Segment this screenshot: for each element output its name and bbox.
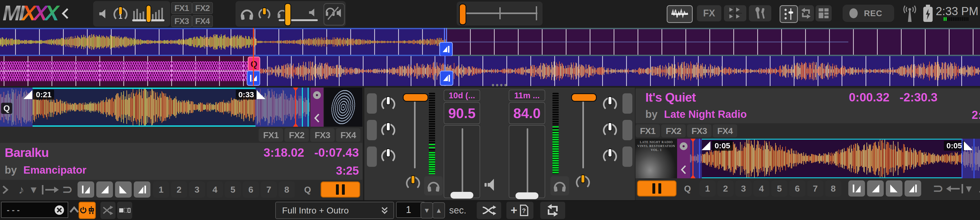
hotcue-button[interactable]: 8 [279, 181, 295, 198]
deck2-overview-waveform[interactable]: 0:05 0:05 [690, 139, 980, 178]
deck2-key-display[interactable]: 11m ... [509, 90, 545, 101]
deck1-key-display[interactable]: 10d (... [444, 90, 480, 101]
outro-start-button[interactable] [886, 180, 902, 196]
ch2-eq-mid-knob[interactable] [603, 123, 617, 137]
deck1-pitch-slider[interactable] [444, 125, 480, 198]
deck2-cue-button[interactable]: Q [680, 180, 695, 196]
autodj-add-random-button[interactable]: + ? [506, 202, 533, 219]
hotcue-button[interactable]: 2 [171, 181, 187, 198]
fx4-slot-button[interactable]: FX4 [192, 15, 213, 27]
fx1-slot-button[interactable]: FX1 [171, 2, 192, 14]
library-toggle-button[interactable] [816, 5, 832, 21]
ch1-gain-knob[interactable] [406, 176, 420, 190]
deck1-pitch-handle[interactable] [450, 192, 473, 199]
ch2-eq-high-knob[interactable] [603, 97, 617, 111]
key-music-note-icon[interactable]: ♪ [14, 182, 28, 198]
ch1-fx-assign-button[interactable] [367, 146, 377, 167]
deck2-pitch-slider[interactable] [509, 125, 545, 198]
ch1-fx-assign-button[interactable] [367, 93, 377, 114]
deck2-pitch-handle[interactable] [515, 193, 538, 199]
deck2-bpm-display[interactable]: 84.0 [509, 102, 545, 124]
intro-start-button[interactable] [848, 180, 865, 196]
expand-controls-icon[interactable] [2, 185, 9, 194]
ch1-volume-fader-handle[interactable] [403, 93, 428, 102]
collapse-deck-icon[interactable] [313, 113, 320, 123]
cue-marker-badge[interactable]: Q [248, 56, 260, 71]
mix-slider-handle[interactable] [285, 3, 291, 26]
hotcue-button[interactable]: 4 [753, 180, 770, 196]
headphone-gain-knob[interactable] [258, 8, 270, 20]
intro-start-button[interactable] [78, 181, 94, 198]
deck2-scrolling-waveform[interactable]: Q [0, 56, 980, 86]
spin-down-button[interactable]: ▼ [420, 202, 433, 218]
ch2-fx-assign-button[interactable] [622, 93, 632, 114]
ch1-fx-assign-button[interactable] [367, 120, 377, 140]
hotcue-button[interactable]: 5 [225, 181, 241, 198]
deck1-cue-button[interactable]: Q [300, 181, 315, 198]
hotcue-button[interactable]: 4 [207, 181, 223, 198]
broadcast-icon[interactable] [902, 5, 917, 22]
transition-seconds-value[interactable]: 1 [396, 204, 421, 215]
outro-end-button[interactable] [905, 180, 921, 196]
hotcue-button[interactable]: 6 [789, 180, 805, 196]
slip-mode-icon[interactable]: ⊃ [932, 180, 945, 196]
four-decks-toggle-button[interactable] [724, 5, 746, 21]
slip-mode-icon[interactable]: ⊃ [61, 181, 74, 197]
intro-end-button[interactable] [867, 180, 884, 196]
ch1-eq-low-knob[interactable] [381, 149, 395, 164]
splitter-handle[interactable] [492, 84, 507, 86]
fx2-slot-button[interactable]: FX2 [192, 2, 213, 14]
outro-start-button[interactable] [115, 181, 132, 198]
deck1-fx4-button[interactable]: FX4 [336, 128, 360, 142]
ch1-eq-high-knob[interactable] [381, 97, 395, 111]
collapse-deck-icon[interactable] [680, 165, 687, 175]
ch1-headphone-cue-button[interactable] [424, 176, 443, 196]
ch2-volume-fader-handle[interactable] [571, 93, 597, 102]
deck1-scrolling-waveform[interactable] [0, 28, 980, 56]
deck1-bpm-display[interactable]: 90.5 [444, 102, 480, 124]
deck2-fx4-button[interactable]: FX4 [713, 124, 737, 137]
deck2-album-art[interactable]: Late Night Radio Vinyl Restortation Vol.… [635, 139, 677, 178]
ch1-eq-mid-knob[interactable] [381, 123, 395, 137]
quantize-icon[interactable] [41, 185, 59, 195]
crossfader-handle[interactable] [459, 4, 466, 25]
main-gain-knob[interactable]: 1 [113, 7, 127, 21]
loop-toggle-button[interactable] [798, 5, 814, 21]
pitch-down-icon[interactable]: ▼ [28, 182, 40, 198]
hotcue-button[interactable]: 5 [771, 180, 788, 196]
mixer-toggle-button[interactable] [780, 5, 798, 23]
hotcue-button[interactable]: 1 [700, 180, 716, 196]
ch2-gain-knob[interactable] [576, 175, 590, 189]
deck1-fx3-button[interactable]: FX3 [310, 128, 335, 142]
vinyl-icon[interactable] [680, 142, 687, 150]
waveforms-toggle-button[interactable] [667, 5, 693, 23]
expand-search-icon[interactable] [69, 206, 79, 214]
key-music-note-icon[interactable]: ♪ [974, 181, 980, 196]
outro-end-marker-badge[interactable] [439, 42, 453, 56]
deck1-album-art[interactable] [324, 88, 363, 127]
deck2-fx2-button[interactable]: FX2 [661, 124, 686, 137]
clear-search-icon[interactable] [54, 205, 65, 215]
ch2-fx-assign-button[interactable] [622, 120, 632, 140]
spin-up-button[interactable]: ▲ [433, 202, 445, 218]
autodj-enable-button[interactable] [79, 202, 96, 219]
autodj-skip-button[interactable] [100, 202, 116, 219]
collapse-left-icon[interactable] [61, 7, 70, 20]
vinyl-icon[interactable] [313, 91, 321, 99]
headphone-split-button[interactable] [323, 3, 345, 26]
outro-end-button[interactable] [134, 181, 150, 198]
ch2-eq-low-knob[interactable] [603, 149, 617, 164]
record-button[interactable]: REC [843, 5, 894, 22]
master-speaker-icon[interactable] [484, 177, 496, 193]
hotcue-button[interactable]: 7 [807, 180, 823, 196]
ch2-headphone-cue-button[interactable] [550, 176, 569, 196]
deck2-fx3-button[interactable]: FX3 [687, 124, 711, 137]
quantize-icon[interactable] [946, 183, 964, 194]
intro-end-marker-badge[interactable] [440, 71, 453, 86]
fx3-slot-button[interactable]: FX3 [171, 15, 192, 27]
hotcue-button[interactable]: 3 [189, 181, 205, 198]
intro-end-button[interactable] [96, 181, 113, 198]
deck2-play-pause-button[interactable] [637, 180, 676, 196]
hotcue-button[interactable]: 8 [825, 180, 841, 196]
equalizer-icon[interactable] [132, 5, 165, 23]
